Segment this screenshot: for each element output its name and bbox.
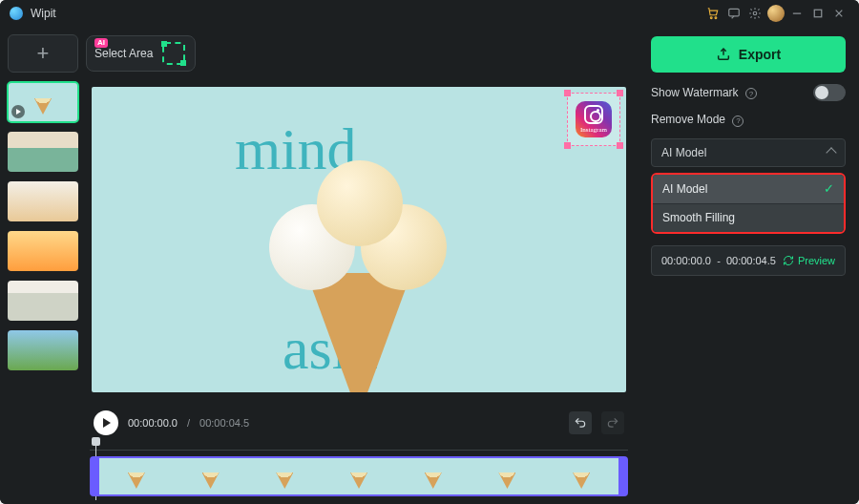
add-media-button[interactable]: + <box>8 34 78 73</box>
time-range-box: 00:00:00.0 - 00:00:04.5 Preview <box>651 245 846 276</box>
preview-button[interactable]: Preview <box>783 255 835 266</box>
timeline-ruler <box>90 439 628 451</box>
time-start: 00:00:00.0 <box>661 255 711 266</box>
instagram-icon: Instagram <box>576 101 612 137</box>
close-button[interactable] <box>828 3 849 24</box>
media-sidebar: + <box>0 27 86 504</box>
svg-point-0 <box>710 17 712 19</box>
export-icon <box>716 47 731 62</box>
media-thumb[interactable] <box>8 281 78 321</box>
chevron-up-icon <box>826 147 836 158</box>
undo-button[interactable] <box>569 411 592 434</box>
remove-mode-select[interactable]: AI Model <box>651 138 846 167</box>
app-title: Wipit <box>31 7 56 20</box>
check-icon: ✓ <box>824 181 834 196</box>
clip[interactable] <box>90 456 628 496</box>
select-area-button[interactable]: AI Select Area <box>86 35 196 72</box>
show-watermark-toggle[interactable] <box>813 84 846 101</box>
playback-bar: 00:00:00.0 / 00:00:04.5 <box>86 407 632 439</box>
media-thumb[interactable] <box>8 231 78 271</box>
play-icon <box>11 105 25 118</box>
svg-point-3 <box>753 11 757 15</box>
export-label: Export <box>739 47 781 62</box>
current-time: 00:00:00.0 <box>128 417 178 429</box>
cart-icon[interactable] <box>702 3 723 24</box>
center-toolbar: AI Select Area <box>86 34 632 73</box>
show-watermark-row: Show Watermark ? <box>651 84 846 101</box>
media-thumb[interactable] <box>8 330 78 370</box>
info-icon[interactable]: ? <box>745 88 757 99</box>
avatar[interactable] <box>765 3 786 24</box>
remove-mode-option[interactable]: Smooth Filling <box>653 203 844 232</box>
gear-icon[interactable] <box>744 3 765 24</box>
remove-mode-section: Remove Mode ? <box>651 113 846 127</box>
time-end: 00:00:04.5 <box>726 255 776 266</box>
remove-mode-label: Remove Mode <box>651 113 725 126</box>
maximize-button[interactable] <box>807 3 828 24</box>
app-logo-icon <box>10 7 23 20</box>
media-thumb[interactable] <box>8 82 78 122</box>
remove-mode-dropdown: AI Model ✓ Smooth Filling <box>651 173 846 234</box>
center-panel: AI Select Area mind asin <box>86 27 641 504</box>
preview-canvas[interactable]: mind asin Instagram <box>92 87 626 392</box>
clip-trim-right[interactable] <box>618 456 628 496</box>
redo-button <box>601 411 624 434</box>
play-button[interactable] <box>94 410 118 435</box>
clip-frames <box>99 456 618 496</box>
timeline[interactable] <box>86 439 632 500</box>
svg-point-1 <box>715 17 717 19</box>
select-area-label: Select Area <box>94 48 153 59</box>
remove-mode-option[interactable]: AI Model ✓ <box>653 175 844 203</box>
info-icon[interactable]: ? <box>732 116 744 127</box>
watermark-selection[interactable]: Instagram <box>567 93 620 146</box>
svg-rect-2 <box>729 9 740 16</box>
media-thumb[interactable] <box>8 181 78 221</box>
chat-icon[interactable] <box>723 3 744 24</box>
refresh-icon <box>783 255 794 266</box>
svg-rect-5 <box>814 10 822 17</box>
media-thumb[interactable] <box>8 132 78 172</box>
show-watermark-label: Show Watermark <box>651 86 739 99</box>
clip-trim-left[interactable] <box>90 456 99 496</box>
crop-icon <box>162 42 185 65</box>
app-window: Wipit + <box>0 0 859 504</box>
right-panel: Export Show Watermark ? Remove Mode ? AI… <box>641 27 859 504</box>
remove-mode-value: AI Model <box>661 146 706 159</box>
minimize-button[interactable] <box>786 3 807 24</box>
export-button[interactable]: Export <box>651 36 846 73</box>
total-time: 00:00:04.5 <box>199 417 249 429</box>
titlebar: Wipit <box>0 0 859 27</box>
